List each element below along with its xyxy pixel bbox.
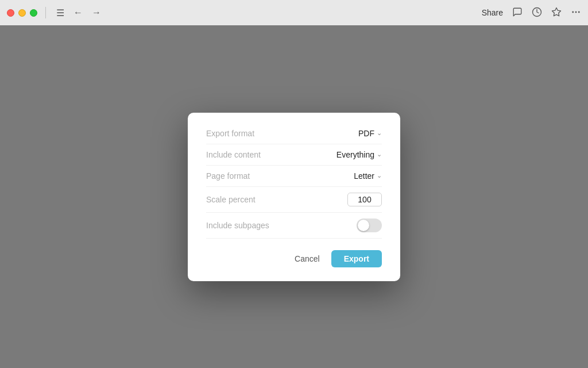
scale-percent-row: Scale percent <box>206 187 382 213</box>
scale-percent-label: Scale percent <box>206 195 256 204</box>
svg-point-3 <box>575 12 577 13</box>
page-format-label: Page format <box>206 171 250 181</box>
include-content-value: Everything <box>336 150 374 159</box>
forward-icon[interactable]: → <box>90 6 103 19</box>
page-format-row: Page format Letter ⌄ <box>206 166 382 187</box>
include-subpages-label: Include subpages <box>206 221 269 230</box>
include-content-label: Include content <box>206 150 261 159</box>
svg-point-2 <box>572 12 574 13</box>
svg-point-4 <box>579 12 580 13</box>
menu-icon[interactable]: ☰ <box>54 6 67 20</box>
include-content-chevron: ⌄ <box>377 151 382 158</box>
comment-icon[interactable] <box>512 7 523 19</box>
cancel-button[interactable]: Cancel <box>289 251 326 267</box>
toggle-track <box>357 218 382 232</box>
include-subpages-toggle[interactable] <box>357 218 382 232</box>
star-icon[interactable] <box>551 7 562 19</box>
export-format-chevron: ⌄ <box>377 129 382 137</box>
titlebar-right: Share <box>482 7 581 19</box>
back-icon[interactable]: ← <box>71 6 85 19</box>
modal-overlay: Export format PDF ⌄ Include content Ever… <box>0 25 588 368</box>
include-content-dropdown[interactable]: Everything ⌄ <box>336 150 382 159</box>
share-button[interactable]: Share <box>482 8 503 17</box>
maximize-button[interactable] <box>30 9 37 17</box>
close-button[interactable] <box>7 9 14 17</box>
page-format-value: Letter <box>354 171 374 181</box>
include-content-row: Include content Everything ⌄ <box>206 144 382 166</box>
background: Export format PDF ⌄ Include content Ever… <box>0 25 588 368</box>
more-icon[interactable] <box>571 7 581 19</box>
include-subpages-row: Include subpages <box>206 213 382 239</box>
titlebar: ☰ ← → Share <box>0 0 588 25</box>
export-format-value: PDF <box>358 129 374 138</box>
titlebar-divider <box>45 7 46 18</box>
export-dialog: Export format PDF ⌄ Include content Ever… <box>188 113 400 281</box>
export-format-dropdown[interactable]: PDF ⌄ <box>358 129 382 138</box>
svg-marker-1 <box>552 7 561 16</box>
dialog-actions: Cancel Export <box>206 250 382 267</box>
traffic-lights <box>7 9 37 17</box>
page-format-chevron: ⌄ <box>377 172 382 179</box>
history-icon[interactable] <box>532 7 542 19</box>
toggle-thumb <box>358 220 369 231</box>
scale-percent-input[interactable] <box>347 193 382 206</box>
export-format-label: Export format <box>206 129 254 138</box>
minimize-button[interactable] <box>18 9 26 17</box>
export-button[interactable]: Export <box>331 250 382 267</box>
page-format-dropdown[interactable]: Letter ⌄ <box>354 171 382 181</box>
export-format-row: Export format PDF ⌄ <box>206 129 382 144</box>
